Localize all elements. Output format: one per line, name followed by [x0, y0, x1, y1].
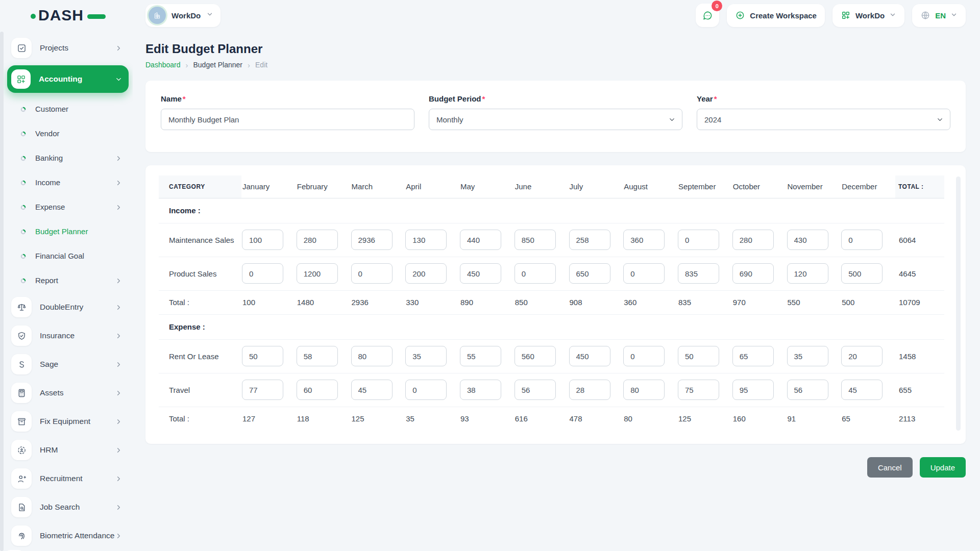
bullet-ring-icon — [20, 229, 26, 235]
sidebar-item-doubleentry[interactable]: DoubleEntry — [7, 293, 129, 321]
row-total: 1458 — [895, 339, 944, 373]
budget-input-maintenance-sales-may[interactable] — [460, 230, 501, 250]
budget-input-travel-march[interactable] — [351, 380, 393, 400]
budget-input-travel-april[interactable] — [405, 380, 447, 400]
table-scrollbar[interactable] — [956, 177, 961, 431]
sidebar-scrollbar[interactable] — [0, 32, 4, 551]
budget-input-maintenance-sales-august[interactable] — [623, 230, 665, 250]
sidebar-item-recruitment[interactable]: Recruitment — [7, 464, 129, 493]
budget-input-rent-or-lease-february[interactable] — [297, 346, 338, 366]
create-workspace-button[interactable]: Create Workspace — [727, 4, 825, 27]
breadcrumb-budget-planner[interactable]: Budget Planner — [193, 61, 243, 69]
row-total: 4645 — [895, 257, 944, 290]
sidebar-item-label: Customer — [35, 105, 122, 114]
sidebar-item-income[interactable]: Income — [7, 170, 129, 195]
budget-input-rent-or-lease-august[interactable] — [623, 346, 665, 366]
messages-button[interactable]: 0 — [696, 4, 719, 27]
budget-input-product-sales-april[interactable] — [405, 263, 447, 284]
budget-input-maintenance-sales-june[interactable] — [514, 230, 556, 250]
budget-input-product-sales-may[interactable] — [460, 263, 501, 284]
budget-input-maintenance-sales-march[interactable] — [351, 230, 393, 250]
chevron-right-icon — [115, 504, 122, 511]
budget-input-travel-january[interactable] — [242, 380, 283, 400]
year-select[interactable]: 2024 — [697, 109, 950, 130]
sidebar-item-projects[interactable]: Projects — [7, 34, 129, 62]
sidebar-item-vendor[interactable]: Vendor — [7, 121, 129, 146]
chevron-down-icon — [889, 11, 896, 20]
sidebar-item-insurance[interactable]: Insurance — [7, 321, 129, 350]
section-row-expense-: Expense : — [159, 314, 944, 339]
plus-circle-icon — [735, 10, 745, 20]
chevron-down-icon — [668, 116, 676, 123]
breadcrumb-dashboard-link[interactable]: Dashboard — [145, 61, 181, 69]
budget-input-travel-september[interactable] — [678, 380, 719, 400]
sidebar-item-accounting[interactable]: Accounting — [7, 65, 129, 93]
cancel-button[interactable]: Cancel — [867, 457, 913, 478]
budget-input-travel-may[interactable] — [460, 380, 501, 400]
budget-input-rent-or-lease-june[interactable] — [514, 346, 556, 366]
update-button[interactable]: Update — [920, 457, 966, 478]
budget-input-maintenance-sales-february[interactable] — [297, 230, 338, 250]
sidebar-item-budget-planner[interactable]: Budget Planner — [7, 219, 129, 244]
column-header-june: June — [514, 176, 569, 198]
sidebar-item-banking[interactable]: Banking — [7, 146, 129, 170]
sidebar-item-label: Report — [35, 276, 115, 286]
budget-input-product-sales-march[interactable] — [351, 263, 393, 284]
required-asterisk: * — [482, 94, 485, 103]
budget-period-select[interactable]: Monthly — [429, 109, 682, 130]
sidebar-item-hrm[interactable]: HRM — [7, 436, 129, 464]
total-label: Total : — [159, 407, 241, 431]
budget-input-rent-or-lease-july[interactable] — [569, 346, 610, 366]
budget-input-maintenance-sales-november[interactable] — [787, 230, 828, 250]
budget-input-travel-july[interactable] — [569, 380, 610, 400]
sidebar-item-assets[interactable]: Assets — [7, 379, 129, 407]
sidebar-item-financial-goal[interactable]: Financial Goal — [7, 244, 129, 268]
budget-input-maintenance-sales-july[interactable] — [569, 230, 610, 250]
column-total: 500 — [841, 290, 895, 314]
budget-input-travel-december[interactable] — [841, 380, 883, 400]
sidebar-item-expense[interactable]: Expense — [7, 195, 129, 219]
budget-input-travel-february[interactable] — [297, 380, 338, 400]
workspace-selector[interactable]: WorkDo — [145, 4, 220, 27]
budget-input-maintenance-sales-october[interactable] — [732, 230, 774, 250]
form-actions: Cancel Update — [145, 457, 966, 478]
budget-input-maintenance-sales-january[interactable] — [242, 230, 283, 250]
budget-input-maintenance-sales-april[interactable] — [405, 230, 447, 250]
budget-input-rent-or-lease-march[interactable] — [351, 346, 393, 366]
budget-input-travel-november[interactable] — [787, 380, 828, 400]
budget-input-rent-or-lease-april[interactable] — [405, 346, 447, 366]
sidebar-item-customer[interactable]: Customer — [7, 97, 129, 121]
grid-plus-icon — [11, 69, 31, 89]
budget-input-rent-or-lease-september[interactable] — [678, 346, 719, 366]
budget-input-rent-or-lease-november[interactable] — [787, 346, 828, 366]
sidebar-item-fix-equipment[interactable]: Fix Equipment — [7, 407, 129, 436]
budget-input-rent-or-lease-october[interactable] — [732, 346, 774, 366]
budget-input-product-sales-june[interactable] — [514, 263, 556, 284]
budget-input-product-sales-october[interactable] — [732, 263, 774, 284]
app-logo[interactable]: DASH — [31, 7, 106, 24]
budget-input-product-sales-december[interactable] — [841, 263, 883, 284]
budget-input-rent-or-lease-may[interactable] — [460, 346, 501, 366]
sidebar-item-report[interactable]: Report — [7, 268, 129, 293]
sidebar-item-sage[interactable]: Sage — [7, 350, 129, 379]
budget-input-rent-or-lease-january[interactable] — [242, 346, 283, 366]
name-input[interactable] — [161, 109, 414, 130]
budget-input-product-sales-february[interactable] — [297, 263, 338, 284]
budget-input-travel-june[interactable] — [514, 380, 556, 400]
sidebar-item-label: Banking — [35, 154, 115, 163]
sidebar-item-biometric-attendance[interactable]: Biometric Attendance — [7, 521, 129, 550]
budget-input-product-sales-september[interactable] — [678, 263, 719, 284]
budget-input-maintenance-sales-december[interactable] — [841, 230, 883, 250]
budget-input-product-sales-july[interactable] — [569, 263, 610, 284]
column-total: 890 — [459, 290, 514, 314]
budget-input-product-sales-january[interactable] — [242, 263, 283, 284]
language-selector[interactable]: EN — [912, 4, 966, 27]
budget-input-maintenance-sales-september[interactable] — [678, 230, 719, 250]
workdo-menu-button[interactable]: WorkDo — [832, 4, 904, 27]
sidebar-item-job-search[interactable]: Job Search — [7, 493, 129, 521]
budget-input-travel-august[interactable] — [623, 380, 665, 400]
budget-input-product-sales-november[interactable] — [787, 263, 828, 284]
budget-input-product-sales-august[interactable] — [623, 263, 665, 284]
budget-input-travel-october[interactable] — [732, 380, 774, 400]
budget-input-rent-or-lease-december[interactable] — [841, 346, 883, 366]
